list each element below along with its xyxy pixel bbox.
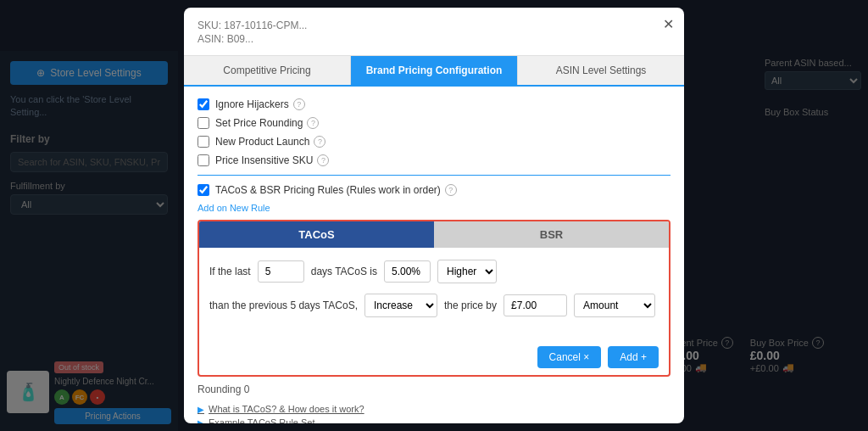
faq-links: ▶ What is TACoS? & How does it work? ▶ E…: [198, 404, 670, 423]
modal-tabs: Competitive Pricing Brand Pricing Config…: [184, 56, 684, 87]
add-new-rule-link[interactable]: Add on New Rule: [198, 203, 670, 213]
faq-arrow-2: ▶: [198, 418, 204, 424]
faq-label-1: What is TACoS? & How does it work?: [209, 404, 364, 414]
tacos-tab[interactable]: TACoS: [199, 221, 434, 248]
rule-row-2: than the previous 5 days TACoS, Increase…: [209, 294, 659, 317]
tacos-pct-input[interactable]: [384, 260, 431, 283]
modal: SKU: 187-10116-CPM... ASIN: B09... ✕ Com…: [184, 8, 684, 423]
rounding-note: Rounding 0: [198, 383, 670, 395]
tacos-bsr-header: TACoS BSR: [199, 221, 669, 248]
modal-sku: SKU: 187-10116-CPM...: [198, 20, 670, 31]
set-price-rounding-checkbox[interactable]: [198, 117, 209, 129]
asin-label: ASIN:: [198, 33, 224, 45]
price-by-text: the price by: [444, 299, 497, 311]
add-button[interactable]: Add +: [608, 346, 659, 368]
tab-competitive-pricing[interactable]: Competitive Pricing: [184, 56, 351, 85]
set-price-rounding-label: Set Price Rounding ?: [215, 117, 319, 129]
tacos-bsr-rule-section: TACoS BSR If the last days TACoS is High…: [198, 220, 670, 377]
ignore-hijackers-checkbox[interactable]: [198, 98, 209, 110]
ignore-hijackers-row: Ignore Hijackers ?: [198, 98, 670, 110]
ignore-hijackers-help-icon[interactable]: ?: [293, 98, 305, 110]
modal-body: Ignore Hijackers ? Set Price Rounding ? …: [184, 87, 684, 423]
price-insensitive-sku-label: Price Insensitive SKU ?: [215, 154, 329, 166]
tacos-body: If the last days TACoS is Higher Lower t…: [199, 248, 669, 339]
bsr-tab[interactable]: BSR: [434, 221, 669, 248]
price-by-input[interactable]: [504, 294, 567, 316]
set-price-rounding-help-icon[interactable]: ?: [307, 117, 319, 129]
if-the-last-text: If the last: [209, 266, 251, 277]
days-tacos-is-text: days TACoS is: [311, 266, 377, 277]
faq-label-2: Example TACoS Rule Set: [209, 417, 315, 423]
modal-asin: ASIN: B09...: [198, 33, 670, 45]
new-product-launch-row: New Product Launch ?: [198, 136, 670, 148]
tacos-bsr-help-icon[interactable]: ?: [445, 184, 457, 196]
tab-asin-level-settings[interactable]: ASIN Level Settings: [518, 56, 684, 85]
ignore-hijackers-label: Ignore Hijackers ?: [215, 98, 305, 110]
price-insensitive-sku-help-icon[interactable]: ?: [317, 154, 329, 166]
sku-value: 187-10116-CPM...: [224, 20, 307, 31]
faq-link-1[interactable]: ▶ What is TACoS? & How does it work?: [198, 404, 670, 414]
new-product-launch-label: New Product Launch ?: [215, 136, 326, 148]
tacos-bsr-row: TACoS & BSR Pricing Rules (Rules work in…: [198, 184, 670, 196]
modal-header: SKU: 187-10116-CPM... ASIN: B09... ✕: [184, 8, 684, 56]
faq-link-2[interactable]: ▶ Example TACoS Rule Set: [198, 417, 670, 423]
faq-arrow-1: ▶: [198, 405, 204, 414]
tab-brand-pricing-configuration[interactable]: Brand Pricing Configuration: [351, 56, 518, 85]
new-product-launch-help-icon[interactable]: ?: [314, 136, 326, 148]
modal-close-button[interactable]: ✕: [663, 16, 674, 32]
tacos-bsr-label: TACoS & BSR Pricing Rules (Rules work in…: [215, 184, 457, 196]
sku-label: SKU:: [198, 20, 221, 31]
action-select[interactable]: Increase Decrease: [364, 294, 437, 317]
asin-value: B09...: [227, 33, 253, 45]
tacos-actions: Cancel × Add +: [199, 339, 669, 375]
days-input[interactable]: [258, 260, 304, 283]
divider: [198, 175, 670, 176]
higher-lower-select[interactable]: Higher Lower: [437, 260, 497, 283]
price-insensitive-sku-row: Price Insensitive SKU ?: [198, 154, 670, 166]
amount-type-select[interactable]: Amount Percentage: [574, 294, 655, 317]
rule-row-1: If the last days TACoS is Higher Lower: [209, 260, 659, 283]
cancel-button[interactable]: Cancel ×: [537, 346, 602, 368]
than-prev-text: than the previous 5 days TACoS,: [209, 299, 358, 311]
set-price-rounding-row: Set Price Rounding ?: [198, 117, 670, 129]
modal-overlay: SKU: 187-10116-CPM... ASIN: B09... ✕ Com…: [0, 0, 868, 431]
tacos-bsr-checkbox[interactable]: [198, 184, 209, 196]
new-product-launch-checkbox[interactable]: [198, 136, 209, 148]
price-insensitive-sku-checkbox[interactable]: [198, 154, 209, 166]
